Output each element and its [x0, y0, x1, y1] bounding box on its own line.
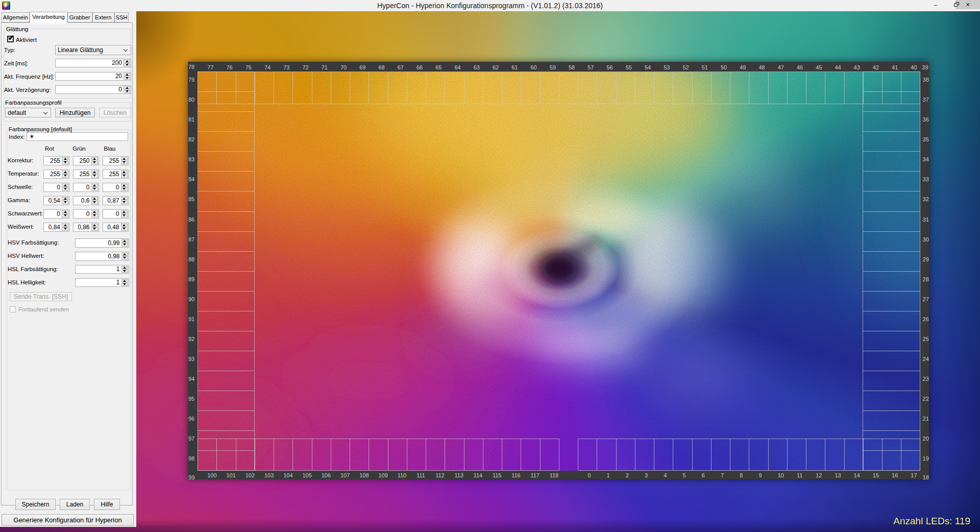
svg-text:54: 54: [645, 64, 651, 70]
svg-text:52: 52: [682, 64, 689, 70]
svg-text:83: 83: [188, 156, 194, 162]
svg-text:28: 28: [923, 276, 929, 282]
svg-text:45: 45: [816, 64, 822, 70]
svg-text:51: 51: [702, 64, 708, 70]
svg-text:41: 41: [892, 64, 898, 70]
svg-text:104: 104: [283, 472, 292, 478]
svg-text:63: 63: [474, 64, 480, 70]
svg-text:48: 48: [758, 64, 765, 70]
svg-text:5: 5: [682, 472, 685, 478]
svg-text:110: 110: [398, 472, 407, 478]
svg-text:102: 102: [246, 472, 255, 478]
svg-text:99: 99: [188, 474, 194, 480]
svg-text:77: 77: [207, 64, 213, 70]
svg-text:114: 114: [474, 472, 483, 478]
svg-text:56: 56: [606, 64, 612, 70]
svg-text:71: 71: [322, 64, 328, 70]
svg-text:118: 118: [550, 472, 559, 478]
svg-text:59: 59: [550, 64, 556, 70]
svg-text:43: 43: [854, 64, 860, 70]
svg-text:3: 3: [645, 472, 648, 478]
svg-text:66: 66: [416, 64, 423, 70]
svg-text:68: 68: [378, 64, 384, 70]
svg-text:44: 44: [835, 64, 841, 70]
svg-text:65: 65: [435, 64, 442, 70]
svg-text:76: 76: [226, 64, 232, 70]
svg-text:32: 32: [923, 196, 929, 202]
svg-text:108: 108: [359, 472, 369, 478]
svg-text:116: 116: [511, 472, 521, 478]
svg-text:27: 27: [923, 296, 929, 302]
svg-text:18: 18: [923, 474, 929, 480]
svg-text:10: 10: [778, 472, 784, 478]
svg-text:17: 17: [911, 472, 917, 478]
svg-text:33: 33: [923, 176, 929, 182]
svg-text:50: 50: [721, 64, 727, 70]
svg-text:7: 7: [721, 472, 724, 478]
svg-text:25: 25: [923, 336, 929, 342]
svg-text:96: 96: [188, 416, 194, 422]
svg-text:22: 22: [923, 396, 929, 402]
svg-text:73: 73: [283, 64, 289, 70]
svg-text:87: 87: [188, 236, 194, 243]
svg-text:72: 72: [302, 64, 308, 70]
svg-text:0: 0: [587, 472, 591, 478]
svg-text:37: 37: [923, 96, 929, 103]
svg-text:14: 14: [854, 472, 860, 478]
svg-text:61: 61: [511, 64, 518, 70]
svg-text:105: 105: [302, 472, 311, 478]
svg-text:86: 86: [188, 216, 194, 223]
svg-text:11: 11: [797, 472, 802, 478]
svg-text:113: 113: [454, 472, 463, 478]
svg-text:109: 109: [378, 472, 387, 478]
svg-text:13: 13: [835, 472, 841, 478]
svg-text:117: 117: [530, 472, 540, 478]
svg-text:100: 100: [207, 472, 216, 478]
svg-text:47: 47: [778, 64, 784, 70]
svg-text:91: 91: [188, 316, 194, 322]
svg-text:24: 24: [923, 356, 929, 362]
svg-text:57: 57: [587, 64, 594, 70]
svg-text:107: 107: [340, 472, 350, 478]
svg-text:88: 88: [188, 256, 194, 262]
svg-text:103: 103: [264, 472, 274, 478]
svg-text:34: 34: [923, 156, 929, 162]
svg-text:60: 60: [530, 64, 536, 70]
svg-text:70: 70: [340, 64, 347, 70]
svg-text:31: 31: [923, 216, 929, 223]
svg-text:55: 55: [626, 64, 632, 70]
svg-text:106: 106: [322, 472, 331, 478]
svg-text:84: 84: [188, 176, 194, 182]
svg-text:36: 36: [923, 116, 929, 123]
svg-text:20: 20: [923, 436, 929, 442]
svg-text:112: 112: [435, 472, 445, 478]
svg-text:97: 97: [188, 436, 194, 442]
svg-text:23: 23: [923, 376, 929, 382]
svg-text:67: 67: [398, 64, 404, 70]
svg-text:6: 6: [702, 472, 705, 478]
svg-text:115: 115: [493, 472, 502, 478]
svg-text:2: 2: [626, 472, 629, 478]
svg-text:19: 19: [923, 455, 929, 462]
svg-text:58: 58: [569, 64, 575, 70]
svg-text:93: 93: [188, 356, 194, 362]
svg-text:53: 53: [664, 64, 670, 70]
svg-text:95: 95: [188, 396, 194, 402]
svg-text:62: 62: [493, 64, 499, 70]
svg-text:21: 21: [923, 416, 929, 422]
svg-text:94: 94: [188, 376, 194, 382]
svg-text:98: 98: [188, 455, 194, 462]
svg-text:29: 29: [923, 256, 929, 262]
svg-text:75: 75: [246, 64, 252, 70]
svg-text:39: 39: [922, 64, 928, 70]
svg-text:1: 1: [606, 472, 609, 478]
svg-text:35: 35: [923, 136, 929, 142]
svg-text:26: 26: [923, 316, 929, 322]
svg-text:79: 79: [188, 77, 194, 83]
svg-text:40: 40: [911, 64, 917, 70]
svg-text:111: 111: [416, 472, 425, 478]
svg-text:82: 82: [188, 136, 194, 142]
svg-text:16: 16: [892, 472, 898, 478]
svg-text:46: 46: [797, 64, 803, 70]
svg-text:90: 90: [188, 296, 194, 302]
